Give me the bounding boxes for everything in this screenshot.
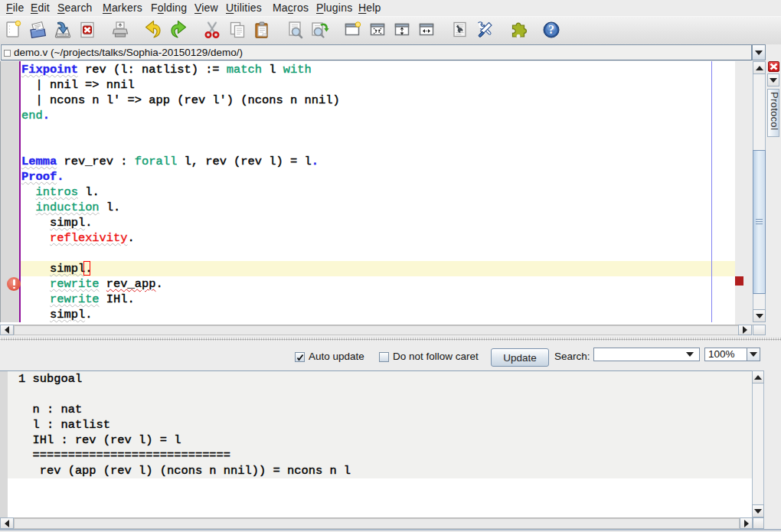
svg-text:?: ? (548, 23, 554, 36)
